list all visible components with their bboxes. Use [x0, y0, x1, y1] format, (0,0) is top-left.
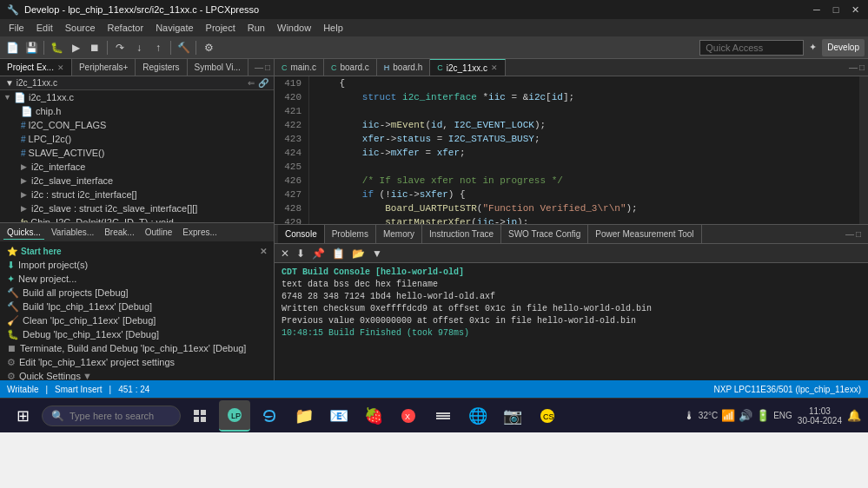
- quickstart-new-project[interactable]: ✦ New project...: [3, 272, 270, 286]
- taskbar-task-view[interactable]: [184, 400, 215, 432]
- save-btn[interactable]: 💾: [23, 39, 40, 56]
- maximize-button[interactable]: □: [830, 3, 842, 16]
- sidebar-minimize-btn[interactable]: —: [255, 63, 263, 72]
- step-into-btn[interactable]: ↓: [130, 39, 148, 56]
- tree-slave-active[interactable]: # SLAVE_ACTIVE(): [0, 146, 274, 160]
- taskbar-strawberry[interactable]: 🍓: [358, 400, 389, 432]
- menu-refactor[interactable]: Refactor: [103, 21, 149, 35]
- minimize-button[interactable]: ─: [811, 3, 823, 16]
- menu-help[interactable]: Help: [318, 21, 348, 35]
- wifi-icon[interactable]: 📶: [721, 409, 735, 422]
- close-project-explorer-tab[interactable]: ✕: [57, 63, 64, 72]
- taskbar-app-8[interactable]: 📷: [497, 400, 528, 432]
- open-console-btn[interactable]: 📂: [349, 246, 368, 261]
- tab-peripherals[interactable]: Peripherals+: [72, 59, 136, 76]
- quickstart-import[interactable]: ⬇ Import project(s): [3, 258, 270, 272]
- taskbar-lpcxpresso[interactable]: LP: [219, 400, 250, 432]
- new-file-btn[interactable]: 📄: [3, 39, 21, 56]
- menu-navigate[interactable]: Navigate: [150, 21, 198, 35]
- menu-project[interactable]: Project: [201, 21, 241, 35]
- quickstart-clean[interactable]: 🧹 Clean 'lpc_chip_11exx' [Debug]: [3, 313, 270, 327]
- volume-icon[interactable]: 🔊: [739, 409, 752, 422]
- taskbar-chrome[interactable]: 🌐: [462, 400, 494, 432]
- editor-maximize-btn[interactable]: □: [859, 63, 865, 72]
- console-menu-btn[interactable]: ▼: [369, 246, 385, 261]
- tree-lpc-i2c[interactable]: # LPC_I2c(): [0, 132, 274, 146]
- settings-btn[interactable]: ⚙: [200, 39, 217, 56]
- quickstart-close[interactable]: ✕: [260, 247, 267, 256]
- quickstart-terminate[interactable]: ⏹ Terminate, Build and Debug 'lpc_chip_1…: [3, 341, 270, 355]
- close-tab-i2c[interactable]: ✕: [491, 63, 498, 72]
- quickstart-edit-settings[interactable]: ⚙ Edit 'lpc_chip_11exx' project settings: [3, 355, 270, 369]
- console-minimize-btn[interactable]: —: [845, 229, 854, 239]
- tab-registers[interactable]: Registers: [136, 59, 187, 76]
- tab-breakpoints[interactable]: Break...: [101, 226, 137, 239]
- taskbar-app-6[interactable]: [427, 400, 459, 432]
- menu-edit[interactable]: Edit: [31, 21, 58, 35]
- pin-console-btn[interactable]: 📌: [309, 246, 328, 261]
- battery-icon[interactable]: 🔋: [756, 409, 770, 422]
- collapse-all-btn[interactable]: ⇐: [248, 78, 255, 88]
- clear-console-btn[interactable]: ✕: [278, 246, 292, 261]
- menu-source[interactable]: Source: [60, 21, 101, 35]
- quickstart-debug[interactable]: 🐛 Debug 'lpc_chip_11exx' [Debug]: [3, 327, 270, 341]
- step-over-btn[interactable]: ↷: [111, 39, 129, 56]
- link-editor-btn[interactable]: 🔗: [258, 78, 268, 88]
- taskbar-app-5[interactable]: X: [393, 400, 424, 432]
- tree-i2c-var[interactable]: ▶ i2c : struct i2c_interface[]: [0, 188, 274, 201]
- tab-instruction-trace[interactable]: Instruction Trace: [422, 225, 501, 243]
- tab-board-c[interactable]: C board.c: [324, 59, 377, 76]
- code-editor[interactable]: 419 420 421 422 423 424 425 426 427 428 …: [275, 76, 868, 224]
- tab-outline[interactable]: Outline: [142, 226, 176, 239]
- menu-run[interactable]: Run: [242, 21, 270, 35]
- tab-power-measurement[interactable]: Power Measurement Tool: [588, 225, 701, 243]
- tab-i2c-11xx-c[interactable]: C i2c_11xx.c ✕: [430, 59, 506, 76]
- stop-btn[interactable]: ⏹: [86, 39, 103, 56]
- editor-scrollbar[interactable]: [859, 76, 868, 224]
- quickstart-build[interactable]: 🔨 Build 'lpc_chip_11exx' [Debug]: [3, 300, 270, 313]
- debug-btn[interactable]: 🐛: [48, 39, 65, 56]
- menu-window[interactable]: Window: [272, 21, 316, 35]
- close-button[interactable]: ✕: [849, 3, 861, 16]
- tab-quickstart[interactable]: Quicks...: [3, 226, 44, 240]
- tab-memory[interactable]: Memory: [376, 225, 422, 243]
- copy-console-btn[interactable]: 📋: [329, 246, 348, 261]
- taskbar-app-9[interactable]: CS: [532, 400, 563, 432]
- quickstart-label9: Quick Settings: [19, 371, 81, 380]
- scroll-lock-btn[interactable]: ⬇: [294, 246, 308, 261]
- develop-btn[interactable]: Develop: [822, 39, 865, 56]
- tab-swo-trace[interactable]: SWO Trace Config: [501, 225, 588, 243]
- tree-i2c-interface[interactable]: ▶ i2c_interface: [0, 160, 274, 174]
- tab-project-explorer[interactable]: Project Ex... ✕: [0, 59, 72, 76]
- taskbar-edge[interactable]: [254, 400, 285, 432]
- tree-i2c-slave-var[interactable]: ▶ i2c_slave : struct i2c_slave_interface…: [0, 201, 274, 215]
- tree-i2c-root[interactable]: ▼ 📄 i2c_11xx.c: [0, 90, 274, 104]
- build-btn[interactable]: 🔨: [175, 39, 192, 56]
- step-return-btn[interactable]: ↑: [149, 39, 167, 56]
- taskbar-explorer[interactable]: 📁: [288, 400, 320, 432]
- tab-expressions[interactable]: Expres...: [179, 226, 220, 239]
- tab-symbol-view[interactable]: Symbol Vi...: [188, 59, 248, 76]
- tree-i2c-con-flags[interactable]: # I2C_CON_FLAGS: [0, 118, 274, 132]
- tab-problems[interactable]: Problems: [325, 225, 376, 243]
- notifications-icon[interactable]: 🔔: [847, 409, 861, 422]
- sidebar-maximize-btn[interactable]: □: [265, 63, 270, 72]
- tab-board-h[interactable]: H board.h: [377, 59, 430, 76]
- menu-file[interactable]: File: [3, 21, 30, 35]
- tree-chip-h[interactable]: 📄 chip.h: [0, 104, 274, 118]
- taskbar-mail[interactable]: 📧: [323, 400, 354, 432]
- windows-start-button[interactable]: ⊞: [7, 400, 38, 432]
- quickstart-quick-settings[interactable]: ⚙ Quick Settings ▼: [3, 369, 270, 380]
- tab-main-c[interactable]: C main.c: [275, 59, 324, 76]
- quickstart-build-all[interactable]: 🔨 Build all projects [Debug]: [3, 286, 270, 300]
- run-btn[interactable]: ▶: [67, 39, 84, 56]
- console-maximize-btn[interactable]: □: [856, 229, 861, 239]
- tab-console[interactable]: Console: [278, 225, 325, 243]
- quick-access-input[interactable]: [699, 40, 804, 56]
- tree-i2c-slave-interface[interactable]: ▶ i2c_slave_interface: [0, 174, 274, 188]
- tree-chip-i2c-deinit[interactable]: fn Chip_I2C_DeInit(I2C_ID_T) : void: [0, 215, 274, 222]
- tab-variables[interactable]: Variables...: [48, 226, 97, 239]
- tray-icon-1[interactable]: 🌡: [684, 409, 695, 422]
- editor-minimize-btn[interactable]: —: [849, 63, 858, 72]
- taskbar-search-box[interactable]: 🔍 Type here to search: [42, 406, 181, 426]
